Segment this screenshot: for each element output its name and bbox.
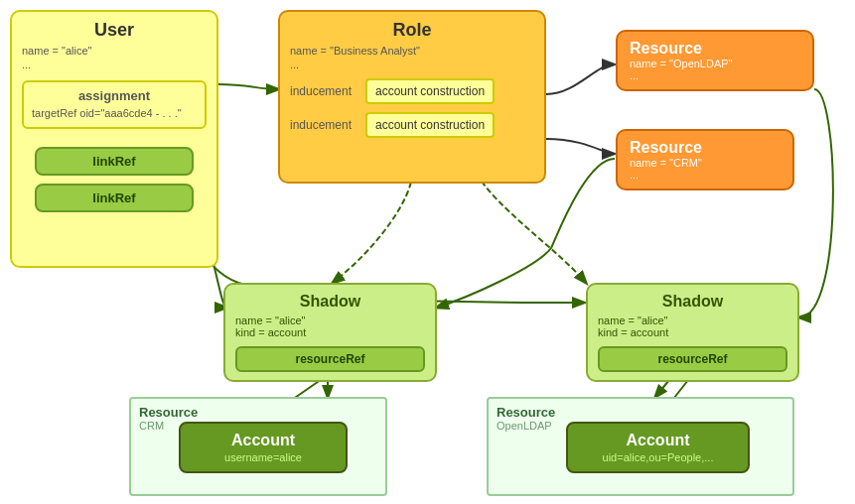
shadow-left-title: Shadow <box>235 293 425 311</box>
rc-right-title: Resource <box>497 405 784 420</box>
inducement-row-2: inducement account construction <box>290 112 534 138</box>
resource-openldap-ellipsis: ... <box>630 69 800 81</box>
user-node: User name = "alice" ... assignment targe… <box>10 10 218 268</box>
account-right-sub: uid=alice,ou=People,... <box>580 451 736 463</box>
account-construction-2[interactable]: account construction <box>365 112 495 138</box>
shadow-right-title: Shadow <box>598 293 787 311</box>
resource-openldap-name: name = "OpenLDAP" <box>630 58 800 69</box>
role-node: Role name = "Business Analyst" ... induc… <box>278 10 546 184</box>
rc-left-title: Resource <box>139 405 377 420</box>
role-ellipsis: ... <box>290 59 534 70</box>
shadow-right-name: name = "alice" <box>598 315 787 326</box>
account-left[interactable]: Account username=alice <box>179 422 348 473</box>
account-construction-1[interactable]: account construction <box>365 78 495 104</box>
inducement-label-1: inducement <box>290 84 359 98</box>
resource-openldap-title: Resource <box>630 40 800 58</box>
shadow-right-node: Shadow name = "alice" kind = account res… <box>586 283 799 382</box>
shadow-left-kind: kind = account <box>235 326 425 338</box>
assignment-label: assignment <box>32 88 197 103</box>
resource-crm-name: name = "CRM" <box>630 157 781 169</box>
shadow-left-name: name = "alice" <box>235 315 425 326</box>
role-name-attr: name = "Business Analyst" <box>290 45 534 57</box>
account-left-title: Account <box>193 432 334 449</box>
user-title: User <box>22 20 207 41</box>
resource-openldap-node: Resource name = "OpenLDAP" ... <box>616 30 814 91</box>
shadow-left-node: Shadow name = "alice" kind = account res… <box>223 283 437 382</box>
resource-crm-title: Resource <box>630 139 781 157</box>
resource-crm-node: Resource name = "CRM" ... <box>616 129 794 190</box>
user-name-attr: name = "alice" <box>22 45 207 57</box>
shadow-left-resourceref[interactable]: resourceRef <box>235 346 425 372</box>
account-right-title: Account <box>580 432 736 449</box>
assignment-targetref: targetRef oid="aaa6cde4 - . . ." <box>32 107 197 119</box>
linkref-1[interactable]: linkRef <box>35 147 194 176</box>
role-title: Role <box>290 20 534 41</box>
resource-crm-ellipsis: ... <box>630 169 781 181</box>
shadow-right-resourceref[interactable]: resourceRef <box>598 346 787 372</box>
linkref-2[interactable]: linkRef <box>35 184 194 212</box>
assignment-box: assignment targetRef oid="aaa6cde4 - . .… <box>22 80 207 129</box>
account-right[interactable]: Account uid=alice,ou=People,... <box>566 422 750 473</box>
diagram: User name = "alice" ... assignment targe… <box>0 0 855 504</box>
inducement-row-1: inducement account construction <box>290 78 534 104</box>
account-left-sub: username=alice <box>193 451 334 463</box>
shadow-right-kind: kind = account <box>598 326 787 338</box>
inducement-label-2: inducement <box>290 118 359 132</box>
user-ellipsis: ... <box>22 59 207 70</box>
